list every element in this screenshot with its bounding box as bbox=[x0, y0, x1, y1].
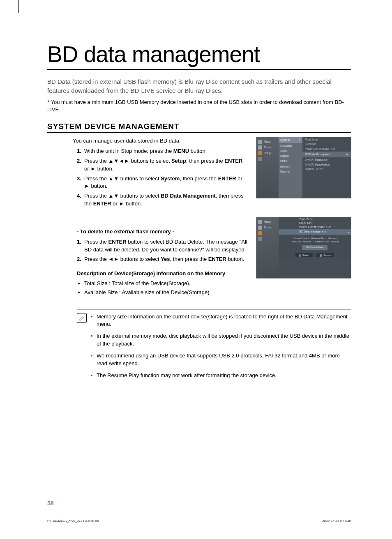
menu-item: Language bbox=[279, 143, 302, 149]
option-item: Clock Set bbox=[302, 142, 351, 147]
nav-photo: Photo bbox=[256, 145, 279, 150]
star-note: * You must have a minimum 1GB USB Memory… bbox=[47, 99, 351, 114]
return-icon bbox=[320, 254, 322, 257]
screenshot-bd-data-mgmt: Music Photo Time Zone Clock Set Power On… bbox=[256, 217, 351, 278]
return-hint: Return bbox=[316, 253, 334, 257]
selected-system: System► bbox=[279, 137, 302, 143]
step-item: 4. Press the ▲▼ buttons to select BD Dat… bbox=[84, 192, 248, 208]
screenshot-system-menu: Music Photo Setup System► Language Audio… bbox=[256, 137, 351, 198]
step-item: 3. Press the ▲▼ buttons to select System… bbox=[84, 175, 248, 191]
header-bd-data-mgmt: BD Data Management bbox=[279, 229, 347, 235]
chevron-right-icon: ► bbox=[347, 229, 351, 235]
steps-list: 1. With the unit in Stop mode, press the… bbox=[47, 147, 248, 208]
blank-icon bbox=[258, 237, 262, 241]
device-current: Current Device : External Flash Memory bbox=[280, 237, 349, 240]
nav-setup bbox=[256, 230, 279, 236]
option-item: Clock Set bbox=[279, 221, 351, 225]
note-icon bbox=[77, 313, 87, 323]
photo-icon bbox=[258, 145, 262, 150]
gear-icon bbox=[258, 151, 262, 155]
option-item: Time Zone bbox=[302, 137, 351, 142]
chevron-right-icon: ► bbox=[298, 138, 301, 142]
menu-item: Parental bbox=[279, 169, 302, 175]
list-item: Available Size : Available size of the D… bbox=[84, 289, 248, 297]
note-item: Memory size information on the current d… bbox=[91, 313, 351, 329]
option-item: Power On/Off sound : On bbox=[279, 225, 351, 229]
bd-data-delete-button: BD Data Delete bbox=[302, 245, 327, 250]
device-sizes: Total Size : 953MB Available Size : 889M… bbox=[280, 240, 349, 243]
section-heading: SYSTEM DEVICE MANAGEMENT bbox=[47, 122, 351, 133]
footer-timestamp: 2009-07-24 5:45:39 bbox=[322, 519, 351, 523]
gear-icon bbox=[258, 231, 262, 235]
description-heading: Description of Device(Storage) Informati… bbox=[77, 270, 248, 277]
option-item: Power On/Off sound : On bbox=[302, 147, 351, 152]
step-item: 1. With the unit in Stop mode, press the… bbox=[84, 147, 248, 155]
nav-music: Music bbox=[256, 219, 279, 225]
chevron-right-icon: ► bbox=[346, 153, 348, 157]
delete-steps-list: 1. Press the ENTER button to select BD D… bbox=[47, 238, 248, 264]
notes-block: Memory size information on the current d… bbox=[77, 309, 351, 384]
step-item: 2. Press the ▲▼◄► buttons to select Setu… bbox=[84, 157, 248, 173]
step-item: 2. Press the ◄► buttons to select Yes, t… bbox=[84, 256, 248, 263]
intro-text: You can manage user data stored in BD da… bbox=[47, 137, 248, 145]
nav-setup: Setup bbox=[256, 150, 279, 156]
menu-item: Display bbox=[279, 154, 302, 159]
note-item: The Resume Play function may not work af… bbox=[91, 372, 351, 380]
select-hint: Select bbox=[295, 253, 313, 257]
step-item: 1. Press the ENTER button to select BD D… bbox=[84, 238, 248, 254]
page-number: 58 bbox=[47, 500, 99, 507]
option-item: DivX(R) Registration bbox=[302, 157, 351, 162]
page-title: BD data management bbox=[47, 41, 351, 70]
selected-bd-data-mgmt: BD Data Management► bbox=[302, 152, 351, 157]
menu-item: Audio bbox=[279, 148, 302, 154]
note-item: We recommend using an USB device that su… bbox=[91, 352, 351, 368]
option-item: System Update bbox=[302, 167, 351, 172]
music-icon bbox=[258, 140, 262, 144]
nav-photo: Photo bbox=[256, 225, 279, 230]
footer-filename: HT-BD3252A_XAA_0724-2.indd 58 bbox=[47, 519, 99, 523]
nav-blank bbox=[256, 156, 279, 162]
nav-blank bbox=[256, 236, 279, 242]
nav-music: Music bbox=[256, 139, 279, 145]
note-item: In the external memory mode, disc playba… bbox=[91, 332, 351, 348]
option-item: DivX(R) Deactivation bbox=[302, 162, 351, 167]
lead-paragraph: BD Data (stored in external USB flash me… bbox=[47, 77, 351, 95]
photo-icon bbox=[258, 226, 262, 230]
music-icon bbox=[258, 220, 262, 224]
enter-icon bbox=[299, 254, 301, 257]
description-bullets: Total Size : Total size of the Device(St… bbox=[47, 280, 248, 297]
menu-item: HDMI bbox=[279, 159, 302, 164]
list-item: Total Size : Total size of the Device(St… bbox=[84, 280, 248, 288]
device-info-panel: Current Device : External Flash Memory T… bbox=[279, 235, 351, 259]
blank-icon bbox=[258, 157, 262, 161]
option-item: Time Zone bbox=[279, 217, 351, 221]
delete-heading: - To delete the external flash memory - bbox=[77, 228, 248, 236]
menu-item: Network bbox=[279, 164, 302, 170]
